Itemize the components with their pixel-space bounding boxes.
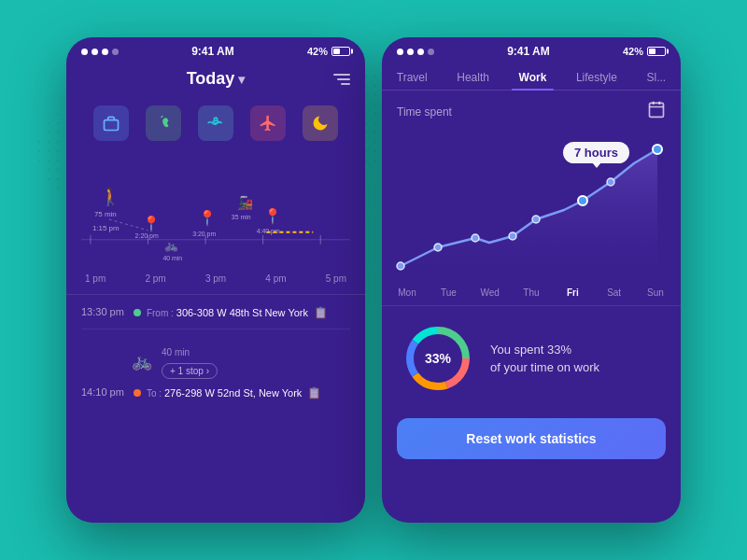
rdot4 [428, 49, 434, 55]
svg-text:📍: 📍 [142, 215, 161, 232]
battery-percent-right: 42% [623, 46, 643, 57]
svg-rect-30 [650, 103, 664, 117]
to-dot [134, 389, 141, 397]
moon-icon[interactable] [303, 105, 338, 141]
tab-sl[interactable]: Sl... [640, 65, 674, 90]
svg-text:3:20 pm: 3:20 pm [192, 231, 216, 238]
left-time: 9:41 AM [191, 45, 234, 58]
briefcase-icon[interactable] [93, 105, 129, 141]
time-label-3: 3 pm [205, 273, 226, 284]
today-label: Today [187, 69, 235, 89]
rdot2 [407, 49, 414, 55]
status-dots-left [81, 49, 119, 55]
battery-icon-right [647, 47, 666, 56]
battery-fill-right [649, 49, 655, 54]
activity-time-2: 14:10 pm [81, 386, 124, 398]
donut-section: 33% You spent 33% of your time on work [382, 305, 681, 411]
right-battery-area: 42% [623, 46, 666, 57]
svg-rect-7 [105, 120, 119, 131]
activity-item-2: 14:10 pm To : 276-298 W 52nd St, New Yor… [81, 386, 350, 409]
tab-work[interactable]: Work [512, 65, 555, 90]
chart-area: 7 hours [382, 123, 681, 291]
svg-point-37 [509, 232, 516, 240]
from-label: From : [147, 308, 174, 318]
svg-text:4:40 pm: 4:40 pm [257, 228, 280, 235]
svg-text:1:15 pm: 1:15 pm [92, 224, 120, 232]
timeline-svg: 🚶 75 min 1:15 pm 📍 2:20 pm 🚲 40 min 📍 3:… [81, 156, 350, 268]
tab-lifestyle[interactable]: Lifestyle [569, 65, 625, 90]
tab-health[interactable]: Health [449, 65, 497, 90]
from-dot [134, 309, 141, 316]
stop-button[interactable]: + 1 stop › [162, 363, 218, 379]
filter-icon[interactable] [333, 74, 350, 85]
donut-description: You spent 33% of your time on work [490, 341, 599, 377]
chevron-right-icon: › [206, 366, 209, 376]
filter-line-2 [337, 78, 350, 80]
svg-point-39 [578, 196, 587, 205]
chevron-down-icon: ▾ [238, 72, 245, 87]
left-header: Today ▾ [66, 62, 365, 100]
svg-text:🚲: 🚲 [164, 238, 178, 252]
tooltip-value: 7 hours [574, 146, 618, 160]
reset-label: Reset work statistics [466, 431, 596, 446]
right-time: 9:41 AM [507, 45, 550, 58]
chart-label: Time spent [397, 105, 452, 119]
bike-icon: 🚲 [132, 351, 152, 371]
time-label-5: 5 pm [326, 273, 346, 284]
activity-list: 13:30 pm From : 306-308 W 48th St New Yo… [66, 294, 365, 426]
from-address: 306-308 W 48th St New York [176, 307, 308, 318]
filter-line-3 [341, 83, 350, 85]
time-label-2: 2 pm [145, 273, 165, 284]
svg-text:🚶: 🚶 [100, 187, 121, 207]
svg-point-36 [472, 234, 479, 242]
chart-header: Time spent [382, 91, 681, 123]
svg-text:75 min: 75 min [94, 210, 117, 218]
activity-time-1: 13:30 pm [81, 306, 124, 317]
timeline-chart: 🚶 75 min 1:15 pm 📍 2:20 pm 🚲 40 min 📍 3:… [66, 156, 365, 287]
tab-travel[interactable]: Travel [389, 65, 435, 90]
copy-icon-1[interactable]: 📋 [314, 306, 328, 319]
battery-fill-left [333, 49, 340, 54]
stop-label: + 1 stop [170, 366, 204, 376]
today-button[interactable]: Today ▾ [187, 69, 246, 89]
left-phone: 9:41 AM 42% Today ▾ [66, 37, 365, 523]
left-status-bar: 9:41 AM 42% [66, 37, 365, 62]
tab-bar: Travel Health Work Lifestyle Sl... [382, 62, 681, 91]
donut-text-line1: You spent 33% [490, 343, 571, 357]
apple-icon[interactable] [146, 105, 181, 141]
svg-text:📍: 📍 [198, 209, 217, 227]
battery-icon-left [331, 47, 350, 56]
svg-text:📍: 📍 [263, 207, 282, 225]
to-address: 276-298 W 52nd St, New York [164, 387, 302, 399]
donut-text-line2: of your time on work [490, 360, 599, 374]
to-details: To : 276-298 W 52nd St, New York [147, 387, 303, 399]
dot3 [102, 49, 108, 55]
timeline-labels: 1 pm 2 pm 3 pm 4 pm 5 pm [81, 272, 350, 286]
phones-container: 9:41 AM 42% Today ▾ [0, 0, 747, 560]
right-phone: 9:41 AM 42% Travel Health Work Lifestyle [382, 37, 681, 523]
reset-button[interactable]: Reset work statistics [397, 418, 666, 459]
calendar-icon[interactable] [647, 100, 666, 123]
svg-text:35 min: 35 min [232, 214, 251, 220]
rdot3 [417, 49, 424, 55]
swim-icon[interactable] [198, 105, 233, 141]
time-label-4: 4 pm [265, 273, 286, 284]
left-battery-area: 42% [307, 46, 350, 57]
activity-icons-row [66, 100, 365, 156]
svg-point-34 [397, 262, 404, 270]
right-status-bar: 9:41 AM 42% [382, 37, 681, 62]
dot1 [81, 49, 88, 55]
svg-point-41 [653, 145, 662, 154]
battery-percent-left: 42% [307, 46, 328, 57]
svg-point-8 [214, 118, 217, 120]
chart-tooltip: 7 hours [563, 142, 629, 163]
donut-chart: 33% [401, 321, 475, 396]
rdot1 [397, 49, 403, 55]
dot4 [112, 49, 119, 55]
plane-icon[interactable] [250, 105, 286, 141]
time-label-1: 1 pm [85, 273, 106, 284]
copy-icon-2[interactable]: 📋 [307, 386, 321, 399]
area-chart-svg [382, 131, 681, 289]
activity-item-1: 13:30 pm From : 306-308 W 48th St New Yo… [81, 306, 350, 329]
to-label: To : [147, 388, 162, 399]
